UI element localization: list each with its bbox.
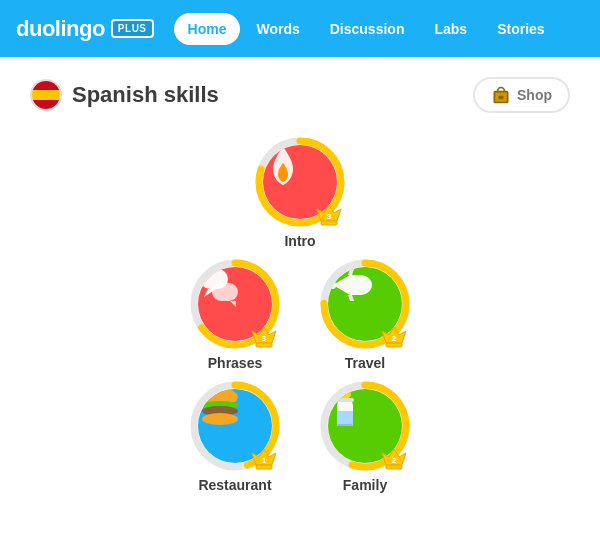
burger-icon [198,389,242,427]
skill-travel[interactable]: 2 Travel [320,259,410,371]
page-header: Spanish skills Shop [30,77,570,113]
shop-label: Shop [517,87,552,103]
svg-text:2: 2 [392,334,397,343]
flag-top [32,81,60,90]
skill-label-intro: Intro [284,233,315,249]
skills-row-3: 1 Restaurant [190,381,410,493]
flame-icon [263,145,303,191]
svg-rect-19 [386,343,402,347]
spain-flag-icon [30,79,62,111]
svg-text:2: 2 [392,456,397,465]
svg-rect-34 [337,411,353,426]
svg-rect-35 [337,424,353,426]
nav-labs[interactable]: Labs [420,13,481,45]
skill-label-restaurant: Restaurant [198,477,271,493]
skill-circle-intro: 3 [255,137,345,227]
flag-middle [32,90,60,99]
skill-circle-travel: 2 [320,259,410,349]
flag-bottom [32,100,60,109]
crown-icon-phrases: 3 [250,323,278,351]
svg-rect-28 [256,465,272,469]
svg-rect-1 [499,96,504,99]
skill-family[interactable]: 2 Family [320,381,410,493]
page-title: Spanish skills [72,82,219,108]
crown-badge-restaurant: 1 [250,445,278,473]
svg-text:3: 3 [327,212,332,221]
page-title-area: Spanish skills [30,79,219,111]
crown-icon-intro: 3 [315,201,343,229]
skill-circle-family: 2 [320,381,410,471]
svg-point-32 [339,389,351,399]
baby-bottle-icon [328,389,362,435]
svg-rect-11 [212,283,238,301]
svg-rect-36 [336,398,354,402]
skill-circle-restaurant: 1 [190,381,280,471]
svg-rect-5 [321,221,337,225]
skill-intro[interactable]: 3 Intro [255,137,345,249]
nav-home[interactable]: Home [174,13,241,45]
skill-label-travel: Travel [345,355,385,371]
main-content: Spanish skills Shop [0,57,600,542]
skill-label-family: Family [343,477,387,493]
shop-button[interactable]: Shop [473,77,570,113]
svg-marker-12 [230,301,236,307]
crown-icon-restaurant: 1 [250,445,278,473]
svg-text:3: 3 [262,334,267,343]
skill-label-phrases: Phrases [208,355,262,371]
nav-discussion[interactable]: Discussion [316,13,419,45]
nav: Home Words Discussion Labs Stories [174,13,584,45]
plane-icon [328,267,378,303]
skills-grid: 3 Intro [30,137,570,493]
svg-point-26 [202,413,238,425]
crown-badge-travel: 2 [380,323,408,351]
svg-rect-14 [256,343,272,347]
logo-area: duolingo PLUS [16,16,154,42]
nav-stories[interactable]: Stories [483,13,558,45]
crown-badge-intro: 3 [315,201,343,229]
plus-badge: PLUS [111,19,154,38]
shop-icon [491,85,511,105]
chat-icon [198,267,242,307]
crown-badge-phrases: 3 [250,323,278,351]
skills-row-1: 3 Intro [255,137,345,249]
skill-restaurant[interactable]: 1 Restaurant [190,381,280,493]
crown-icon-travel: 2 [380,323,408,351]
skill-circle-phrases: 3 [190,259,280,349]
crown-icon-family: 2 [380,445,408,473]
svg-text:1: 1 [262,456,267,465]
skills-row-2: 3 Phrases [190,259,410,371]
svg-rect-38 [386,465,402,469]
crown-badge-family: 2 [380,445,408,473]
skill-phrases[interactable]: 3 Phrases [190,259,280,371]
logo-text: duolingo [16,16,105,42]
header: duolingo PLUS Home Words Discussion Labs… [0,0,600,57]
nav-words[interactable]: Words [242,13,313,45]
